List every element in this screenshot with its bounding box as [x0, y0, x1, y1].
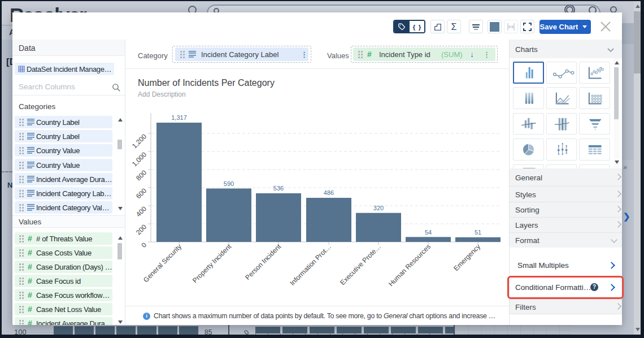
- svg-text:536: 536: [273, 185, 284, 192]
- svg-text:320: 320: [373, 205, 384, 211]
- svg-text:Human Resources: Human Resources: [387, 242, 432, 288]
- svg-text:54: 54: [425, 229, 432, 236]
- svg-text:400: 400: [134, 205, 148, 218]
- svg-text:Property Incident: Property Incident: [191, 242, 233, 285]
- svg-text:51: 51: [475, 229, 481, 236]
- svg-text:Person Incident: Person Incident: [243, 242, 282, 281]
- svg-text:1,200: 1,200: [130, 132, 148, 150]
- svg-text:486: 486: [324, 189, 334, 196]
- svg-text:590: 590: [224, 180, 234, 187]
- svg-text:800: 800: [134, 168, 148, 182]
- svg-text:Information Prot…: Information Prot…: [288, 242, 333, 287]
- svg-text:200: 200: [134, 223, 148, 236]
- svg-text:Executive Prote…: Executive Prote…: [338, 242, 382, 287]
- svg-text:General Security: General Security: [142, 242, 183, 284]
- svg-text:0: 0: [140, 241, 148, 249]
- svg-text:1,000: 1,000: [130, 150, 148, 168]
- svg-text:600: 600: [134, 187, 148, 200]
- svg-text:Emergency: Emergency: [452, 242, 482, 272]
- svg-text:1,317: 1,317: [171, 114, 187, 121]
